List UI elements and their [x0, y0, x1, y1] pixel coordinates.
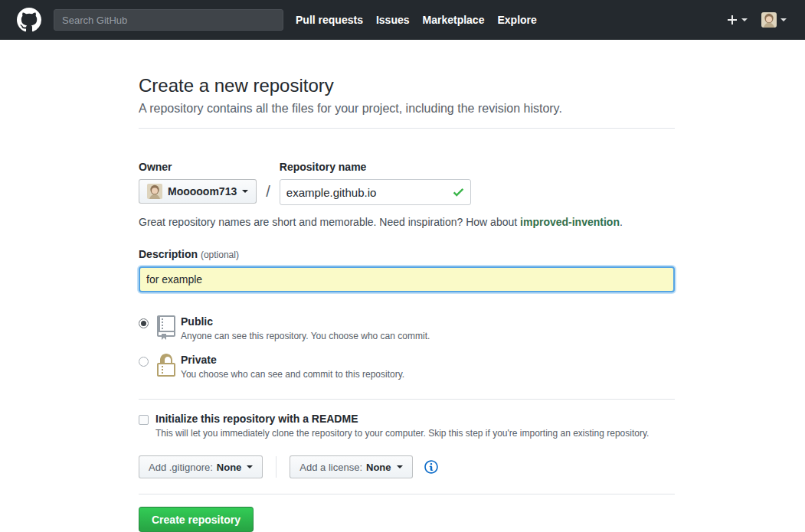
description-input[interactable]: [139, 266, 675, 292]
owner-repo-row: Owner Mooooom713 / Repository name: [139, 161, 675, 205]
visibility-options: Public Anyone can see this repository. Y…: [139, 315, 675, 380]
vertical-divider: [276, 456, 277, 478]
private-option[interactable]: Private You choose who can see and commi…: [139, 354, 675, 380]
chevron-down-icon: [780, 18, 787, 21]
repo-name-hint: Great repository names are short and mem…: [139, 216, 675, 228]
repository-name-label: Repository name: [280, 161, 471, 173]
public-option-label: Public: [181, 315, 430, 328]
gitignore-value: None: [217, 462, 242, 473]
lock-icon: [157, 354, 175, 378]
create-repository-form: Create a new repository A repository con…: [139, 75, 675, 532]
owner-avatar: [147, 184, 162, 199]
chevron-down-icon: [741, 18, 748, 21]
license-value: None: [366, 462, 391, 473]
public-option[interactable]: Public Anyone can see this repository. Y…: [139, 315, 675, 341]
chevron-down-icon: [247, 465, 253, 468]
page-subtitle: A repository contains all the files for …: [139, 102, 675, 116]
owner-repo-separator: /: [257, 183, 280, 205]
owner-label: Owner: [139, 161, 257, 173]
page-title: Create a new repository: [139, 75, 675, 96]
addons-row: Add .gitignore: None Add a license: None: [139, 455, 675, 478]
hint-text: Great repository names are short and mem…: [139, 216, 520, 228]
nav-issues[interactable]: Issues: [376, 14, 410, 26]
readme-description: This will let you immediately clone the …: [155, 428, 649, 439]
github-logo-icon[interactable]: [17, 8, 41, 32]
nav-pull-requests[interactable]: Pull requests: [296, 14, 363, 26]
search-input[interactable]: [54, 9, 283, 31]
owner-select-button[interactable]: Mooooom713: [139, 179, 257, 204]
repo-book-icon: [157, 315, 175, 340]
private-radio[interactable]: [139, 357, 149, 367]
hint-period: .: [620, 216, 623, 228]
user-menu-button[interactable]: [761, 12, 787, 28]
readme-option[interactable]: Initialize this repository with a README…: [139, 413, 675, 439]
green-check-icon: [453, 185, 464, 199]
top-navbar: Pull requests Issues Marketplace Explore: [0, 0, 805, 40]
readme-label: Initialize this repository with a README: [155, 413, 649, 425]
divider: [139, 494, 675, 494]
create-new-menu-button[interactable]: [727, 14, 748, 26]
info-circle-icon[interactable]: [424, 459, 438, 475]
nav-marketplace[interactable]: Marketplace: [423, 14, 485, 26]
main-nav: Pull requests Issues Marketplace Explore: [296, 14, 537, 26]
readme-checkbox[interactable]: [139, 415, 149, 425]
description-optional-text: (optional): [201, 250, 239, 260]
plus-icon: [727, 14, 738, 26]
gitignore-prefix: Add .gitignore:: [149, 462, 213, 473]
description-label-text: Description: [139, 248, 198, 260]
create-repository-button[interactable]: Create repository: [139, 507, 254, 532]
owner-name: Mooooom713: [168, 185, 237, 197]
user-avatar: [761, 12, 777, 28]
add-gitignore-button[interactable]: Add .gitignore: None: [139, 455, 263, 478]
divider: [139, 399, 675, 400]
chevron-down-icon: [397, 465, 403, 468]
private-option-description: You choose who can see and commit to thi…: [181, 369, 404, 380]
repository-name-input[interactable]: [280, 179, 471, 205]
suggested-repo-name-link[interactable]: improved-invention: [520, 216, 620, 228]
public-radio[interactable]: [139, 318, 149, 328]
public-option-description: Anyone can see this repository. You choo…: [181, 331, 430, 341]
description-label: Description (optional): [139, 248, 675, 260]
chevron-down-icon: [242, 190, 248, 193]
license-prefix: Add a license:: [299, 462, 362, 473]
divider: [139, 128, 675, 129]
add-license-button[interactable]: Add a license: None: [290, 455, 412, 478]
nav-explore[interactable]: Explore: [497, 14, 536, 26]
private-option-label: Private: [181, 354, 404, 366]
